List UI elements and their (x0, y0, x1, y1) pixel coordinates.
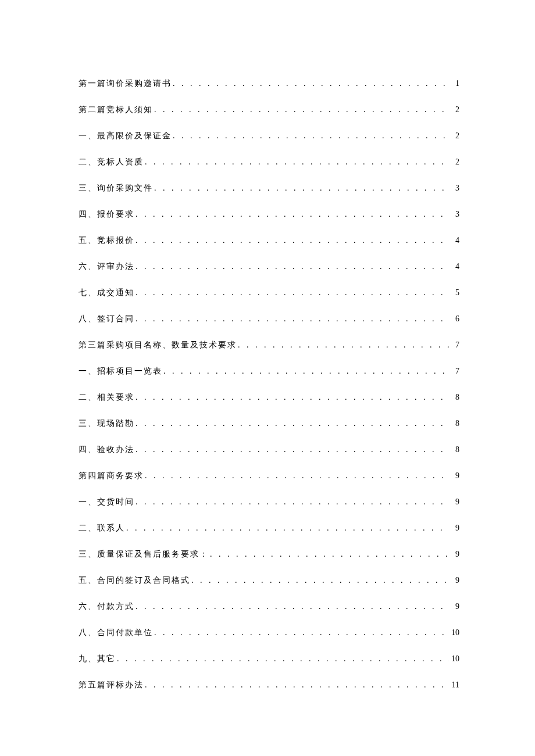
toc-dot-leader: . . . . . . . . . . . . . . . . . . . . … (172, 79, 449, 88)
toc-entry-title: 六、评审办法 (79, 261, 134, 272)
toc-entry-title: 二、相关要求 (79, 392, 134, 403)
toc-entry: 第三篇采购项目名称、数量及技术要求. . . . . . . . . . . .… (79, 340, 459, 366)
toc-entry-page: 9 (449, 550, 459, 559)
toc-entry-title: 一、招标项目一览表 (79, 366, 162, 377)
toc-entry-title: 六、付款方式 (79, 601, 134, 612)
toc-dot-leader: . . . . . . . . . . . . . . . . . . . . … (237, 341, 449, 350)
toc-entry: 第四篇商务要求. . . . . . . . . . . . . . . . .… (79, 471, 459, 497)
toc-entry-page: 4 (449, 262, 459, 271)
table-of-contents: 第一篇询价采购邀请书. . . . . . . . . . . . . . . … (79, 78, 459, 706)
toc-entry: 第一篇询价采购邀请书. . . . . . . . . . . . . . . … (79, 78, 459, 105)
toc-entry: 三、现场踏勘. . . . . . . . . . . . . . . . . … (79, 418, 459, 445)
toc-dot-leader: . . . . . . . . . . . . . . . . . . . . … (134, 393, 449, 402)
toc-dot-leader: . . . . . . . . . . . . . . . . . . . . … (134, 445, 449, 454)
toc-entry-page: 9 (449, 497, 459, 507)
toc-entry-page: 10 (449, 654, 459, 664)
toc-entry-page: 2 (449, 157, 459, 167)
toc-entry-page: 9 (449, 471, 459, 481)
toc-entry-page: 10 (449, 628, 459, 637)
toc-entry-title: 三、现场踏勘 (79, 418, 134, 429)
toc-entry: 八、合同付款单位. . . . . . . . . . . . . . . . … (79, 628, 459, 654)
toc-dot-leader: . . . . . . . . . . . . . . . . . . . . … (134, 262, 449, 271)
toc-entry-title: 八、签订合同 (79, 314, 134, 324)
toc-entry: 四、验收办法. . . . . . . . . . . . . . . . . … (79, 445, 459, 471)
toc-entry: 二、联系人. . . . . . . . . . . . . . . . . .… (79, 523, 459, 549)
toc-entry-page: 3 (449, 184, 459, 193)
toc-entry-page: 9 (449, 602, 459, 611)
toc-entry: 五、合同的签订及合同格式. . . . . . . . . . . . . . … (79, 575, 459, 601)
toc-entry: 一、交货时间. . . . . . . . . . . . . . . . . … (79, 497, 459, 523)
toc-entry-title: 四、验收办法 (79, 445, 134, 455)
toc-entry-title: 第五篇评标办法 (79, 680, 144, 690)
toc-entry-title: 一、交货时间 (79, 497, 134, 507)
toc-entry: 四、报价要求. . . . . . . . . . . . . . . . . … (79, 209, 459, 235)
toc-dot-leader: . . . . . . . . . . . . . . . . . . . . … (153, 184, 449, 193)
toc-dot-leader: . . . . . . . . . . . . . . . . . . . . … (134, 236, 449, 245)
toc-entry-page: 7 (449, 367, 459, 376)
toc-dot-leader: . . . . . . . . . . . . . . . . . . . . … (144, 471, 449, 481)
toc-entry-title: 三、质量保证及售后服务要求： (79, 549, 209, 560)
toc-entry-title: 五、合同的签订及合同格式 (79, 575, 190, 586)
toc-entry: 一、招标项目一览表. . . . . . . . . . . . . . . .… (79, 366, 459, 392)
toc-entry-page: 4 (449, 236, 459, 245)
toc-entry-page: 7 (449, 341, 459, 350)
toc-entry-page: 8 (449, 445, 459, 454)
toc-entry: 六、付款方式. . . . . . . . . . . . . . . . . … (79, 601, 459, 628)
toc-dot-leader: . . . . . . . . . . . . . . . . . . . . … (134, 288, 449, 298)
toc-entry-title: 八、合同付款单位 (79, 628, 153, 638)
toc-entry-page: 2 (449, 105, 459, 114)
toc-entry-page: 2 (449, 131, 459, 141)
toc-dot-leader: . . . . . . . . . . . . . . . . . . . . … (125, 524, 449, 533)
toc-entry: 九、其它. . . . . . . . . . . . . . . . . . … (79, 654, 459, 680)
toc-entry-page: 5 (449, 288, 459, 298)
toc-entry-title: 第二篇竞标人须知 (79, 105, 153, 115)
toc-dot-leader: . . . . . . . . . . . . . . . . . . . . … (134, 419, 449, 428)
toc-dot-leader: . . . . . . . . . . . . . . . . . . . . … (144, 680, 449, 690)
toc-dot-leader: . . . . . . . . . . . . . . . . . . . . … (153, 105, 449, 114)
document-page: 第一篇询价采购邀请书. . . . . . . . . . . . . . . … (0, 0, 535, 756)
toc-entry: 二、相关要求. . . . . . . . . . . . . . . . . … (79, 392, 459, 418)
toc-entry: 二、竞标人资质. . . . . . . . . . . . . . . . .… (79, 157, 459, 183)
toc-entry: 六、评审办法. . . . . . . . . . . . . . . . . … (79, 261, 459, 288)
toc-dot-leader: . . . . . . . . . . . . . . . . . . . . … (209, 550, 449, 559)
toc-dot-leader: . . . . . . . . . . . . . . . . . . . . … (190, 576, 449, 585)
toc-entry-title: 九、其它 (79, 654, 116, 664)
toc-dot-leader: . . . . . . . . . . . . . . . . . . . . … (153, 628, 449, 637)
toc-entry-page: 3 (449, 210, 459, 219)
toc-dot-leader: . . . . . . . . . . . . . . . . . . . . … (134, 314, 449, 324)
toc-entry-title: 一、最高限价及保证金 (79, 131, 172, 141)
toc-entry: 五、竞标报价. . . . . . . . . . . . . . . . . … (79, 235, 459, 261)
toc-entry: 一、最高限价及保证金. . . . . . . . . . . . . . . … (79, 131, 459, 157)
toc-entry-title: 第一篇询价采购邀请书 (79, 78, 172, 89)
toc-entry: 第二篇竞标人须知. . . . . . . . . . . . . . . . … (79, 105, 459, 131)
toc-dot-leader: . . . . . . . . . . . . . . . . . . . . … (134, 497, 449, 507)
toc-entry-page: 8 (449, 419, 459, 428)
toc-entry-title: 二、联系人 (79, 523, 125, 533)
toc-entry-title: 第四篇商务要求 (79, 471, 144, 481)
toc-entry-page: 8 (449, 393, 459, 402)
toc-dot-leader: . . . . . . . . . . . . . . . . . . . . … (134, 210, 449, 219)
toc-entry: 三、询价采购文件. . . . . . . . . . . . . . . . … (79, 183, 459, 209)
toc-entry-title: 第三篇采购项目名称、数量及技术要求 (79, 340, 237, 350)
toc-entry-page: 9 (449, 576, 459, 585)
toc-entry: 七、成交通知. . . . . . . . . . . . . . . . . … (79, 288, 459, 314)
toc-entry: 三、质量保证及售后服务要求：. . . . . . . . . . . . . … (79, 549, 459, 575)
toc-entry-page: 11 (449, 680, 459, 690)
toc-entry-page: 9 (449, 524, 459, 533)
toc-entry-title: 二、竞标人资质 (79, 157, 144, 167)
toc-entry: 第五篇评标办法. . . . . . . . . . . . . . . . .… (79, 680, 459, 706)
toc-entry-title: 三、询价采购文件 (79, 183, 153, 194)
toc-entry-page: 6 (449, 314, 459, 324)
toc-entry-title: 四、报价要求 (79, 209, 134, 220)
toc-dot-leader: . . . . . . . . . . . . . . . . . . . . … (116, 654, 449, 664)
toc-dot-leader: . . . . . . . . . . . . . . . . . . . . … (172, 131, 449, 141)
toc-dot-leader: . . . . . . . . . . . . . . . . . . . . … (134, 602, 449, 611)
toc-entry: 八、签订合同. . . . . . . . . . . . . . . . . … (79, 314, 459, 340)
toc-dot-leader: . . . . . . . . . . . . . . . . . . . . … (162, 367, 449, 376)
toc-entry-page: 1 (449, 79, 459, 88)
toc-dot-leader: . . . . . . . . . . . . . . . . . . . . … (144, 157, 449, 167)
toc-entry-title: 五、竞标报价 (79, 235, 134, 246)
toc-entry-title: 七、成交通知 (79, 288, 134, 298)
